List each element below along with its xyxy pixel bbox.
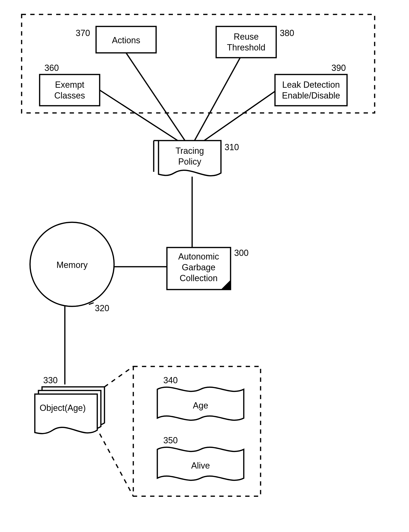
diagram: Actions 370 Reuse Threshold 380 Exempt C… — [0, 0, 409, 532]
leak-ref: 390 — [331, 63, 346, 73]
reuse-label-2: Threshold — [227, 43, 265, 52]
alive-doc: Alive 350 — [157, 435, 244, 480]
object-ref: 330 — [43, 375, 58, 385]
tracing-label-2: Policy — [178, 157, 201, 167]
connector-actions-tracing — [126, 53, 185, 141]
svg-rect-1 — [216, 27, 276, 58]
object-age-doc: Object(Age) 330 — [35, 375, 104, 434]
memory-ref: 320 — [95, 303, 109, 313]
svg-rect-2 — [40, 75, 100, 106]
connector-leak-tracing — [204, 91, 275, 141]
reuse-label-1: Reuse — [234, 32, 259, 42]
actions-box: Actions 370 — [76, 27, 156, 53]
leak-detection-box: Leak Detection Enable/Disable 390 — [275, 63, 347, 106]
tracing-policy-doc: Tracing Policy 310 — [154, 141, 239, 176]
reuse-threshold-box: Reuse Threshold 380 — [216, 27, 294, 58]
gc-label-3: Collection — [180, 273, 218, 283]
gc-ref: 300 — [234, 248, 249, 258]
age-ref: 340 — [163, 375, 178, 385]
exempt-ref: 360 — [45, 63, 59, 73]
svg-rect-3 — [275, 75, 347, 106]
object-label: Object(Age) — [40, 403, 86, 413]
reuse-ref: 380 — [280, 28, 294, 38]
connector-reuse-tracing — [195, 58, 240, 141]
callout-line-top — [104, 366, 133, 387]
memory-node: Memory 320 — [30, 222, 114, 313]
alive-ref: 350 — [163, 435, 178, 445]
connector-exempt-tracing — [100, 90, 178, 141]
tracing-ref: 310 — [224, 142, 239, 152]
age-label: Age — [193, 400, 208, 410]
leak-label-2: Enable/Disable — [282, 91, 340, 100]
exempt-label-2: Classes — [54, 91, 85, 100]
tracing-label-1: Tracing — [176, 146, 204, 156]
exempt-label-1: Exempt — [55, 80, 84, 90]
leak-label-1: Leak Detection — [282, 80, 340, 90]
memory-label: Memory — [56, 260, 88, 270]
gc-box: Autonomic Garbage Collection 300 — [167, 247, 249, 290]
gc-label-1: Autonomic — [178, 252, 219, 261]
callout-line-bottom — [100, 434, 133, 496]
age-doc: Age 340 — [157, 375, 244, 420]
alive-label: Alive — [191, 461, 210, 470]
gc-label-2: Garbage — [182, 262, 215, 272]
exempt-classes-box: Exempt Classes 360 — [40, 63, 100, 106]
actions-label: Actions — [112, 35, 140, 45]
actions-ref: 370 — [76, 28, 90, 38]
